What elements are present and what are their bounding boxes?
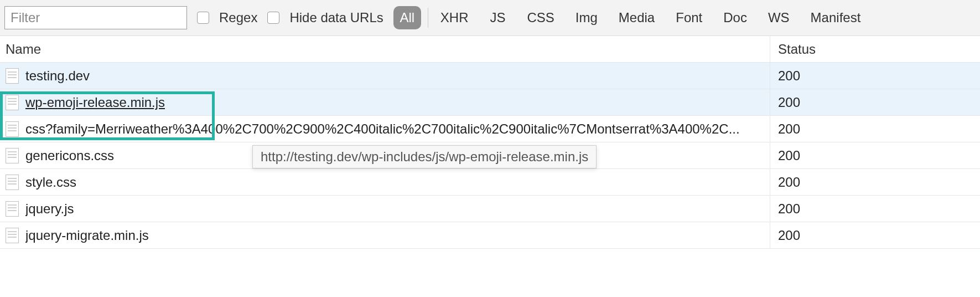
- request-status: 200: [770, 89, 980, 115]
- table-row[interactable]: jquery.js 200: [0, 196, 980, 222]
- filter-type-css[interactable]: CSS: [521, 6, 559, 29]
- filter-type-all[interactable]: All: [393, 6, 421, 29]
- table-header: Name Status: [0, 36, 980, 63]
- file-icon: [6, 68, 19, 84]
- request-name: css?family=Merriweather%3A400%2C700%2C90…: [25, 121, 740, 137]
- filter-type-img[interactable]: Img: [570, 6, 603, 29]
- request-name: jquery-migrate.min.js: [25, 228, 149, 243]
- filter-type-doc[interactable]: Doc: [718, 6, 753, 29]
- table-row[interactable]: wp-emoji-release.min.js 200: [0, 89, 980, 116]
- request-status: 200: [770, 63, 980, 89]
- filter-type-xhr[interactable]: XHR: [435, 6, 474, 29]
- url-tooltip: http://testing.dev/wp-includes/js/wp-emo…: [252, 145, 597, 168]
- request-status: 200: [770, 222, 980, 248]
- filter-type-js[interactable]: JS: [484, 6, 511, 29]
- filter-toolbar: Regex Hide data URLs All XHR JS CSS Img …: [0, 0, 980, 36]
- file-icon: [6, 148, 19, 163]
- table-row[interactable]: css?family=Merriweather%3A400%2C700%2C90…: [0, 116, 980, 142]
- header-status[interactable]: Status: [770, 36, 980, 62]
- filter-type-font[interactable]: Font: [670, 6, 708, 29]
- file-icon: [6, 201, 19, 217]
- request-status: 200: [770, 196, 980, 222]
- regex-checkbox[interactable]: [197, 12, 209, 24]
- hide-data-urls-label: Hide data URLs: [289, 10, 383, 25]
- request-name: testing.dev: [25, 68, 90, 84]
- filter-type-media[interactable]: Media: [613, 6, 660, 29]
- header-name[interactable]: Name: [0, 36, 770, 62]
- request-name: genericons.css: [25, 148, 114, 163]
- filter-type-ws[interactable]: WS: [763, 6, 795, 29]
- filter-input[interactable]: [4, 6, 187, 29]
- request-status: 200: [770, 116, 980, 142]
- file-icon: [6, 175, 19, 190]
- divider: [428, 8, 428, 28]
- request-status: 200: [770, 169, 980, 195]
- request-status: 200: [770, 142, 980, 168]
- table-row[interactable]: jquery-migrate.min.js 200: [0, 222, 980, 249]
- network-table: Name Status testing.dev 200 wp-emoji-rel…: [0, 36, 980, 249]
- request-name: style.css: [25, 175, 76, 190]
- file-icon: [6, 228, 19, 243]
- table-row[interactable]: style.css 200: [0, 169, 980, 196]
- request-name: wp-emoji-release.min.js: [25, 95, 165, 110]
- request-name: jquery.js: [25, 201, 74, 217]
- table-row[interactable]: testing.dev 200: [0, 63, 980, 89]
- hide-data-urls-checkbox[interactable]: [267, 12, 279, 24]
- file-icon: [6, 95, 19, 110]
- regex-label: Regex: [219, 10, 257, 25]
- filter-type-manifest[interactable]: Manifest: [805, 6, 867, 29]
- file-icon: [6, 121, 19, 137]
- tooltip-text: http://testing.dev/wp-includes/js/wp-emo…: [261, 149, 588, 164]
